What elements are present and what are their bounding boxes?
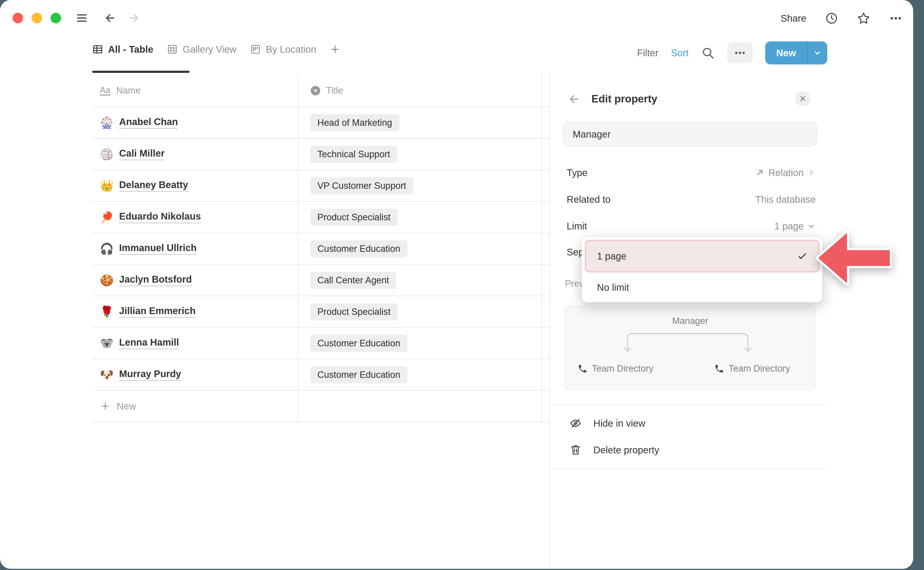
updates-clock-icon[interactable] [825,12,838,25]
board-view-icon [250,44,261,55]
back-arrow-icon[interactable] [104,12,117,24]
check-icon [797,251,808,262]
row-emoji: 🏐 [100,148,114,161]
row-emoji: 🎡 [100,116,114,129]
chevron-down-icon [813,48,822,58]
new-row-button[interactable]: New [92,391,549,422]
table-row[interactable]: 🍪Jaclyn Botsford Call Center Agent [92,265,549,296]
related-to-field-row[interactable]: Related to This database [567,186,816,213]
person-name-link[interactable]: Jaclyn Botsford [119,274,192,287]
table-view-icon [92,44,103,55]
person-name-link[interactable]: Immanuel Ullrich [119,242,196,255]
search-icon[interactable] [701,46,715,60]
forward-arrow-icon[interactable] [127,12,140,24]
filter-button[interactable]: Filter [637,48,658,58]
table-row[interactable]: 🐶Murray Purdy Customer Education [92,359,549,391]
column-label: Title [326,85,343,96]
favorite-star-icon[interactable] [857,12,870,25]
more-options-icon[interactable] [889,12,903,25]
gallery-view-icon [167,44,178,55]
action-label: Hide in view [593,418,645,429]
new-split-button: New [765,41,827,64]
field-label: Type [567,167,588,178]
relation-preview-card: Manager Team Directory Team Directory [565,306,815,391]
preview-related-page: Team Directory [577,363,654,374]
table-row[interactable]: 🌹Jillian Emmerich Product Specialist [92,296,549,328]
tab-label: All - Table [108,44,153,55]
add-view-plus-icon[interactable] [330,44,341,55]
row-emoji: 🍪 [100,274,114,287]
limit-field-row[interactable]: Limit 1 page [567,213,816,239]
person-name-link[interactable]: Murray Purdy [119,368,181,381]
zoom-window-button[interactable] [51,13,61,23]
person-name-link[interactable]: Eduardo Nikolaus [119,211,201,224]
column-header-name[interactable]: Aa Name [92,85,298,96]
panel-back-icon[interactable] [568,93,580,105]
dropdown-option-no-limit[interactable]: No limit [585,275,820,299]
person-name-link[interactable]: Delaney Beatty [119,179,188,192]
preview-root-label: Manager [565,316,815,326]
tab-label: Gallery View [183,44,236,55]
table-header-row: Aa Name Title [92,75,549,107]
database-table: Aa Name Title 🎡Anabel Chan Head of Marke… [92,75,549,422]
person-name-link[interactable]: Anabel Chan [119,116,178,129]
close-icon [799,95,807,103]
hide-in-view-button[interactable]: Hide in view [550,411,826,436]
tab-all-table[interactable]: All - Table [92,44,153,55]
edit-property-panel: Edit property Type Relation Related to T… [549,75,913,569]
phone-icon [714,364,724,374]
property-name-input[interactable] [563,122,817,147]
table-row[interactable]: 👑Delaney Beatty VP Customer Support [92,170,549,202]
table-row[interactable]: 🎡Anabel Chan Head of Marketing [92,107,549,139]
traffic-lights [12,13,61,23]
column-divider[interactable] [298,75,298,422]
table-row[interactable]: 🐨Lenna Hamill Customer Education [92,328,549,359]
row-emoji: 🌹 [100,305,114,318]
tab-label: By Location [266,44,316,55]
close-window-button[interactable] [12,13,23,23]
person-name-link[interactable]: Cali Miller [119,148,164,161]
type-field-row[interactable]: Type Relation [567,159,816,186]
title-tag[interactable]: Head of Marketing [310,114,399,131]
table-row[interactable]: 🎧Immanuel Ullrich Customer Education [92,233,549,265]
panel-close-button[interactable] [795,91,810,106]
table-row[interactable]: 🏐Cali Miller Technical Support [92,139,549,170]
row-emoji: 🐨 [100,337,114,350]
clipped-preview-label: Prev [565,279,584,289]
title-tag[interactable]: Customer Education [310,240,407,257]
notion-window: Share All - Table [0,0,913,569]
delete-property-button[interactable]: Delete property [550,437,826,463]
dropdown-option-1-page[interactable]: 1 page [585,240,820,273]
option-label: No limit [597,282,629,293]
share-button[interactable]: Share [781,13,806,24]
annotation-arrow-icon [816,229,893,287]
field-value: 1 page [774,221,804,231]
column-label: Name [116,85,141,96]
field-value: Relation [768,167,804,178]
title-tag[interactable]: Customer Education [310,366,407,383]
minimize-window-button[interactable] [32,13,42,23]
action-label: Delete property [593,445,659,455]
title-tag[interactable]: Customer Education [310,335,407,352]
person-name-link[interactable]: Lenna Hamill [119,337,179,349]
view-options-button[interactable] [727,43,753,63]
title-tag[interactable]: Technical Support [310,146,397,163]
title-tag[interactable]: VP Customer Support [310,177,413,194]
relation-arrow-icon [755,168,765,178]
tab-gallery-view[interactable]: Gallery View [167,44,236,55]
tab-by-location[interactable]: By Location [250,44,316,55]
active-tab-underline [92,71,190,73]
field-value: This database [755,194,816,205]
sort-button[interactable]: Sort [671,48,688,58]
title-tag[interactable]: Product Specialist [310,209,398,226]
table-right-border[interactable] [542,75,542,422]
title-tag[interactable]: Call Center Agent [310,272,396,289]
title-tag[interactable]: Product Specialist [310,303,398,320]
row-emoji: 🎧 [100,242,114,255]
table-row[interactable]: 🏓Eduardo Nikolaus Product Specialist [92,202,549,233]
person-name-link[interactable]: Jillian Emmerich [119,305,196,318]
sidebar-menu-icon[interactable] [75,12,88,24]
new-dropdown-button[interactable] [807,41,827,64]
new-button[interactable]: New [765,41,807,64]
column-header-title[interactable]: Title [298,85,549,96]
